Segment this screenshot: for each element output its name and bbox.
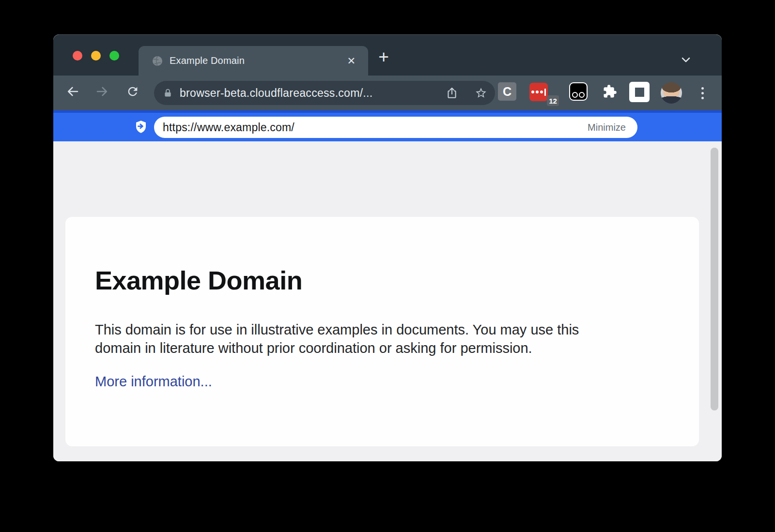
address-bar[interactable]: browser-beta.cloudflareaccess.com/... — [154, 81, 495, 105]
share-icon[interactable] — [446, 87, 458, 99]
back-button[interactable] — [64, 83, 81, 100]
isolation-url-input[interactable]: https://www.example.com/ Minimize — [154, 117, 637, 138]
isolation-url-value: https://www.example.com/ — [163, 121, 294, 134]
minimize-window-button[interactable] — [91, 51, 101, 61]
page-viewport: Example Domain This domain is for use in… — [53, 141, 722, 461]
close-window-button[interactable] — [73, 51, 82, 61]
content-card: Example Domain This domain is for use in… — [65, 217, 699, 446]
tab-search-chevron-icon[interactable] — [679, 53, 693, 66]
tab-example-domain[interactable]: Example Domain ✕ — [139, 46, 368, 76]
isolation-url-bar: https://www.example.com/ Minimize — [53, 110, 722, 141]
minimize-bar-button[interactable]: Minimize — [588, 122, 626, 133]
extensions-puzzle-icon[interactable] — [601, 82, 619, 101]
new-tab-button[interactable]: + — [374, 48, 393, 67]
extension-badge-count: 12 — [547, 95, 559, 106]
zoom-window-button[interactable] — [109, 51, 119, 61]
browser-toolbar: browser-beta.cloudflareaccess.com/... C … — [53, 76, 722, 110]
more-information-link[interactable]: More information... — [95, 374, 212, 390]
bookmark-star-icon[interactable] — [475, 87, 487, 99]
extension-square-icon[interactable] — [629, 82, 650, 102]
page-paragraph: This domain is for use in illustrative e… — [95, 320, 579, 357]
extension-c-icon[interactable]: C — [498, 82, 516, 101]
tab-title: Example Domain — [170, 55, 245, 66]
tab-close-icon[interactable]: ✕ — [343, 54, 359, 68]
address-bar-url: browser-beta.cloudflareaccess.com/... — [180, 87, 372, 100]
browser-window: Example Domain ✕ + — [53, 34, 722, 461]
page-title: Example Domain — [95, 265, 302, 295]
shield-icon — [134, 120, 148, 134]
reload-button[interactable] — [124, 83, 141, 100]
extension-two-circles-icon[interactable] — [569, 82, 588, 101]
paragraph-line: domain in literature without prior coord… — [95, 339, 579, 357]
browser-menu-icon[interactable] — [699, 85, 706, 101]
window-controls — [73, 51, 119, 61]
profile-avatar[interactable] — [661, 82, 682, 104]
vertical-scrollbar[interactable] — [711, 148, 718, 410]
globe-favicon-icon — [152, 56, 163, 66]
paragraph-line: This domain is for use in illustrative e… — [95, 320, 579, 339]
lock-icon — [163, 88, 173, 98]
tab-strip: Example Domain ✕ + — [53, 34, 722, 76]
forward-button[interactable] — [93, 83, 111, 100]
lastpass-extension-icon[interactable]: 12 — [529, 83, 548, 101]
